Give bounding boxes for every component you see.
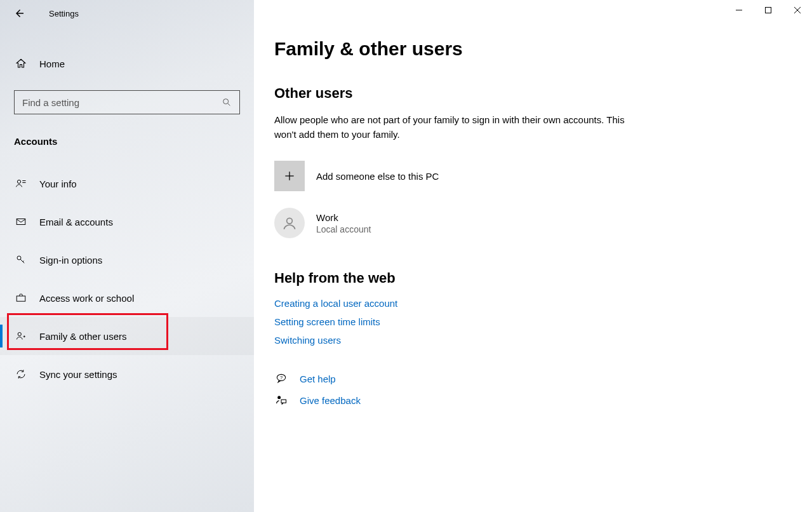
- page-title: Family & other users: [274, 38, 782, 60]
- sidebar-item-email[interactable]: Email & accounts: [0, 203, 254, 241]
- svg-point-17: [287, 218, 293, 224]
- back-button[interactable]: [13, 6, 27, 20]
- sidebar-section-title: Accounts: [14, 136, 240, 147]
- mail-icon: [14, 216, 28, 227]
- svg-point-0: [223, 99, 229, 104]
- home-nav[interactable]: Home: [0, 46, 254, 81]
- svg-text:?: ?: [280, 375, 283, 381]
- search-icon: [222, 97, 232, 107]
- help-heading: Help from the web: [274, 270, 782, 286]
- sidebar-item-sync[interactable]: Sync your settings: [0, 355, 254, 393]
- get-help-row[interactable]: ? Get help: [274, 372, 782, 385]
- help-bubble-icon: ?: [274, 372, 288, 385]
- svg-rect-21: [281, 400, 286, 403]
- add-user-button[interactable]: Add someone else to this PC: [274, 161, 782, 191]
- svg-rect-7: [17, 296, 25, 301]
- minimize-button[interactable]: [724, 0, 754, 20]
- sidebar-nav: Your info Email & accounts Sign-in optio…: [0, 165, 254, 393]
- other-users-description: Allow people who are not part of your fa…: [274, 113, 630, 142]
- home-label: Home: [39, 58, 65, 69]
- sidebar-item-family[interactable]: Family & other users: [0, 317, 254, 355]
- search-box[interactable]: [14, 90, 240, 114]
- home-icon: [14, 58, 28, 69]
- sidebar-item-work[interactable]: Access work or school: [0, 279, 254, 317]
- titlebar: Settings: [0, 0, 254, 27]
- user-type: Local account: [316, 224, 371, 234]
- sidebar-item-label: Your info: [39, 179, 77, 189]
- help-link-screen-time[interactable]: Setting screen time limits: [274, 316, 782, 327]
- minimize-icon: [736, 7, 742, 13]
- close-button[interactable]: [783, 0, 812, 20]
- close-icon: [794, 7, 801, 13]
- avatar-icon: [274, 208, 305, 238]
- sidebar-item-label: Sign-in options: [39, 255, 102, 266]
- maximize-icon: [765, 7, 771, 13]
- svg-rect-5: [17, 219, 25, 225]
- window-controls: [724, 0, 812, 20]
- svg-point-6: [17, 256, 21, 260]
- sidebar-item-label: Sync your settings: [39, 369, 117, 380]
- sidebar-item-signin[interactable]: Sign-in options: [0, 241, 254, 279]
- add-user-label: Add someone else to this PC: [316, 171, 439, 182]
- svg-line-1: [228, 104, 230, 105]
- sidebar-item-your-info[interactable]: Your info: [0, 165, 254, 203]
- arrow-left-icon: [14, 8, 25, 19]
- user-account-row[interactable]: Work Local account: [274, 208, 782, 238]
- sidebar-item-label: Family & other users: [39, 331, 127, 342]
- sidebar-item-label: Email & accounts: [39, 217, 113, 227]
- get-help-link[interactable]: Get help: [300, 374, 336, 384]
- give-feedback-row[interactable]: Give feedback: [274, 394, 782, 407]
- people-add-icon: [14, 330, 28, 342]
- help-link-switching-users[interactable]: Switching users: [274, 335, 782, 346]
- sidebar-item-label: Access work or school: [39, 293, 134, 304]
- svg-point-8: [18, 332, 21, 335]
- main-panel: Family & other users Other users Allow p…: [254, 0, 812, 512]
- give-feedback-link[interactable]: Give feedback: [300, 395, 361, 406]
- sync-icon: [14, 368, 28, 380]
- svg-point-2: [17, 180, 20, 183]
- sidebar: Settings Home Accounts Your info Email &…: [0, 0, 254, 512]
- svg-point-20: [277, 396, 281, 399]
- search-input[interactable]: [22, 97, 222, 108]
- feedback-icon: [274, 394, 288, 407]
- maximize-button[interactable]: [754, 0, 783, 20]
- plus-icon: [274, 161, 305, 191]
- user-info-icon: [14, 178, 28, 189]
- briefcase-icon: [14, 292, 28, 304]
- svg-rect-12: [766, 8, 771, 13]
- help-link-local-account[interactable]: Creating a local user account: [274, 298, 782, 309]
- other-users-heading: Other users: [274, 85, 782, 102]
- key-icon: [14, 254, 28, 266]
- app-title: Settings: [49, 9, 79, 18]
- user-name: Work: [316, 212, 371, 223]
